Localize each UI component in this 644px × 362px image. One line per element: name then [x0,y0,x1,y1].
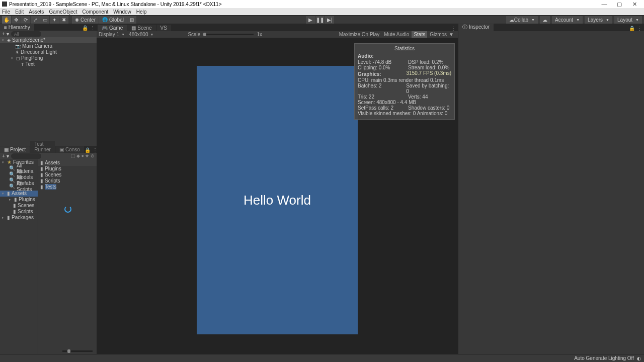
gameobject-icon: ◻ [16,56,20,61]
list-item[interactable]: ▮Plugins [38,166,97,172]
expand-icon[interactable]: ▾ [2,38,6,42]
tab-vs[interactable]: VS [156,25,171,31]
transform-tool-button[interactable]: ✦ [50,16,59,24]
stats-overlay: Statistics Audio: Level: -74.8 dBDSP loa… [354,43,455,120]
menu-window[interactable]: Window [113,9,131,15]
game-toolbar: Display 1▼ 480x800▼ Scale 1x Maximize On… [97,31,458,38]
minimize-button[interactable]: — [597,1,612,7]
lock-icon[interactable]: 🔒 [629,26,635,31]
project-toolbar: + ▾ ⬚ ◆ ● ★ ⊘ [0,153,97,159]
layout-dropdown[interactable]: Layout▼ [614,16,642,24]
folder-icon: ▮ [40,172,43,177]
list-item[interactable]: ▮Tests [38,184,97,190]
expand-icon[interactable]: ▾ [2,160,6,164]
hierarchy-search-input[interactable] [11,31,41,37]
scale-tool-button[interactable]: ⤢ [31,16,40,24]
layers-dropdown[interactable]: Layers▼ [585,16,612,24]
tab-test-runner[interactable]: Test Runner [30,141,55,153]
project-content: ▮Assets ▮Plugins ▮Scenes ▮Scripts ▮Tests [38,159,97,354]
stats-stream: Stream load: 0.0% [408,65,449,70]
folder-item[interactable]: ▸▮Plugins [0,197,38,203]
cloud-button[interactable]: ☁ [540,16,550,24]
expand-icon[interactable]: ▸ [2,216,6,220]
maximize-button[interactable]: ▢ [612,1,627,8]
panel-menu-icon[interactable]: ⋮ [451,26,456,31]
hierarchy-item[interactable]: 📷Main Camera [0,43,97,49]
lighting-icon[interactable]: ◐ [637,356,641,361]
menu-component[interactable]: Component [83,9,109,15]
aspect-dropdown[interactable]: 480x800▼ [129,32,153,37]
scene-row[interactable]: ▾◈SampleScene* [0,37,97,43]
project-search-input[interactable] [11,153,41,159]
stats-setpass: SetPass calls: 2 [358,105,408,111]
hierarchy-item[interactable]: ☀Directional Light [0,49,97,55]
hierarchy-tree: ▾◈SampleScene* 📷Main Camera ☀Directional… [0,37,97,146]
folder-item[interactable]: ▮Scenes [0,203,38,209]
hierarchy-item[interactable]: TText [0,61,97,67]
tab-scene[interactable]: ▦Scene [127,25,155,31]
stats-screen: Screen: 480x800 - 4.4 MB [358,100,451,105]
filter-icons[interactable]: ⬚ ◆ ● ★ ⊘ [71,153,95,158]
snap-toggle[interactable]: ⊞ [127,16,136,24]
rect-tool-button[interactable]: ▭ [40,16,49,24]
lighting-status[interactable]: Auto Generate Lighting Off [574,355,634,361]
folder-item[interactable]: ▮Scripts [0,209,38,215]
menu-edit[interactable]: Edit [15,9,24,15]
hand-tool-button[interactable]: ✋ [2,16,11,24]
list-item[interactable]: ▮Scenes [38,172,97,178]
display-dropdown[interactable]: Display 1▼ [99,32,125,37]
breadcrumb[interactable]: ▮Assets [38,159,97,166]
pivot-toggle[interactable]: ◉Center [72,16,99,24]
tab-project[interactable]: ▦Project [0,146,30,153]
stats-verts: Verts: 44 [408,94,428,100]
close-button[interactable]: ✕ [627,1,642,8]
list-item[interactable]: ▮Scripts [38,178,97,184]
create-dropdown[interactable]: + ▾ [2,31,9,37]
panel-menu-icon[interactable]: ⋮ [637,26,642,31]
stats-toggle[interactable]: Stats [412,31,427,38]
stats-dsp: DSP load: 0.2% [408,59,443,65]
pause-button[interactable]: ❚❚ [315,16,325,24]
handle-toggle[interactable]: 🌐Global [99,16,127,24]
panel-menu-icon[interactable]: ⋮ [90,25,95,31]
menu-file[interactable]: File [2,9,10,15]
menu-gameobject[interactable]: GameObject [49,9,77,15]
caret-down-icon: ▼ [576,18,580,22]
gizmos-dropdown[interactable]: Gizmos▼ [428,31,456,38]
inspector-icon: ⓘ [462,24,467,30]
menu-help[interactable]: Help [136,9,147,15]
lock-icon[interactable]: 🔒 [82,25,88,31]
main-toolbar: ✋ ✥ ⟳ ⤢ ▭ ✦ ✖ ◉Center 🌐Global ⊞ ▶ ❚❚ ▶| … [0,15,644,24]
menu-assets[interactable]: Assets [29,9,44,15]
folder-icon: ▮ [40,166,43,171]
maximize-on-play-toggle[interactable]: Maximize On Play [337,31,382,38]
tab-console[interactable]: ▣Conso [55,146,84,153]
scale-slider[interactable] [203,34,254,35]
account-dropdown[interactable]: Account▼ [552,16,583,24]
hierarchy-item[interactable]: ▾◻PingPong [0,55,97,61]
expand-icon[interactable]: ▾ [2,192,6,196]
step-button[interactable]: ▶| [325,16,334,24]
play-button[interactable]: ▶ [306,16,315,24]
collab-dropdown[interactable]: ☁Collab▼ [506,16,538,24]
app-icon [2,2,7,7]
expand-icon[interactable]: ▸ [9,198,13,202]
game-icon: 🎮 [102,25,108,31]
create-dropdown[interactable]: + ▾ [2,153,9,159]
expand-icon[interactable]: ▾ [11,56,15,60]
fav-item[interactable]: 🔍All Scripts [0,184,38,190]
tab-inspector[interactable]: ⓘInspector [458,23,494,31]
thumbnail-size-slider[interactable] [62,350,93,352]
packages-row[interactable]: ▸▮Packages [0,215,38,221]
cloud-icon: ☁ [542,17,547,23]
right-column: ⓘInspector 🔒⋮ [458,24,644,354]
custom-tool-button[interactable]: ✖ [59,16,68,24]
tab-game[interactable]: 🎮Game [98,25,127,31]
console-icon: ▣ [59,147,64,152]
lock-icon[interactable]: 🔒 [85,147,91,153]
rotate-tool-button[interactable]: ⟳ [21,16,30,24]
camera-icon: 📷 [15,44,21,49]
mute-audio-toggle[interactable]: Mute Audio [382,31,411,38]
move-tool-button[interactable]: ✥ [12,16,21,24]
tab-hierarchy[interactable]: ≡Hierarchy [0,24,34,31]
